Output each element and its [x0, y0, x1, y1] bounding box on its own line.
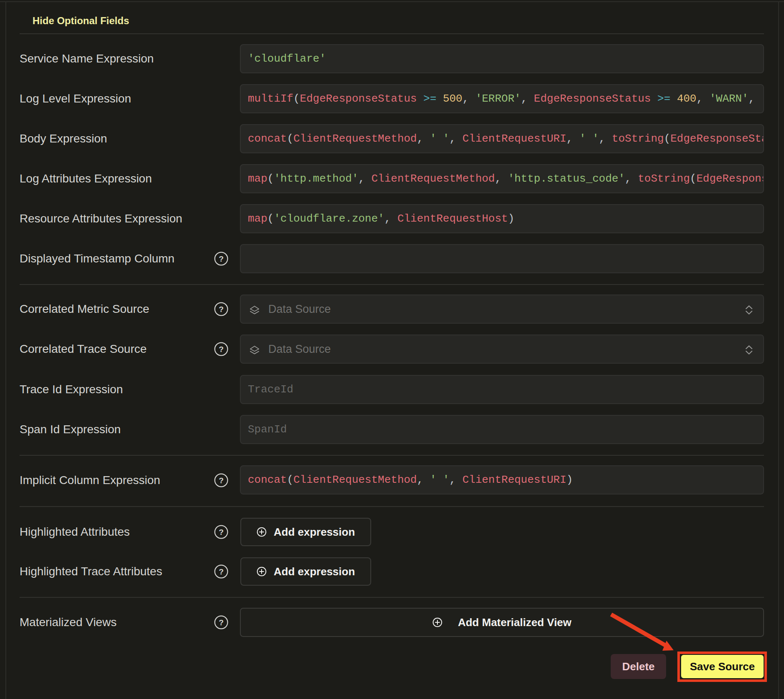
svg-text:?: ? — [219, 618, 224, 627]
svg-text:?: ? — [219, 305, 224, 314]
svg-text:?: ? — [219, 255, 224, 263]
svg-text:?: ? — [219, 476, 224, 485]
svg-text:?: ? — [219, 528, 224, 537]
svg-text:?: ? — [219, 345, 224, 354]
svg-text:?: ? — [219, 567, 224, 576]
